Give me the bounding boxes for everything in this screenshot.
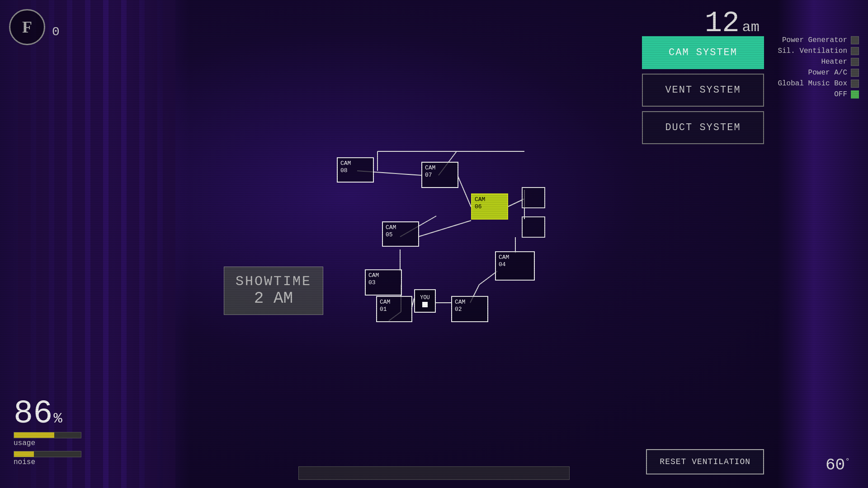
- svg-line-17: [507, 199, 524, 207]
- camera-03[interactable]: CAM03: [365, 269, 402, 296]
- duct-system-button[interactable]: DUCT SYSTEM: [642, 111, 764, 144]
- toggle-label-power-generator: Power Generator: [782, 36, 847, 44]
- svg-rect-19: [522, 188, 545, 208]
- camera-map: CAM08 CAM07 CAM06 CAM05 CAM04 CAM03 YOU …: [307, 145, 561, 352]
- camera-08[interactable]: CAM08: [337, 157, 374, 183]
- curtain-stripe: [108, 0, 121, 488]
- vent-system-button[interactable]: VENT SYSTEM: [642, 74, 764, 107]
- toggle-power-ac[interactable]: Power A/C: [769, 69, 859, 77]
- showtime-title: SHOWTIME: [236, 274, 311, 289]
- you-marker: YOU: [414, 289, 436, 313]
- toggle-label-power-ac: Power A/C: [808, 69, 847, 77]
- toggle-sil-ventilation[interactable]: Sil. Ventilation: [769, 47, 859, 55]
- camera-06[interactable]: CAM06: [471, 193, 508, 220]
- reset-ventilation-button[interactable]: RESET VENTILATION: [646, 449, 764, 474]
- curtain-stripe: [163, 0, 175, 488]
- showtime-sign: SHOWTIME 2 AM: [224, 267, 323, 315]
- degrees-symbol: °: [845, 457, 850, 466]
- system-buttons-panel: CAM SYSTEM VENT SYSTEM DUCT SYSTEM: [642, 36, 764, 149]
- camera-02[interactable]: CAM02: [451, 296, 488, 322]
- cam-08-label: CAM08: [340, 160, 351, 174]
- usage-label: usage: [14, 439, 81, 447]
- score-display: 0: [52, 25, 60, 39]
- bottom-bar: [298, 466, 570, 480]
- toggle-power-generator[interactable]: Power Generator: [769, 36, 859, 44]
- toggle-label-off: OFF: [834, 90, 847, 99]
- toggle-box-off[interactable]: [851, 90, 859, 99]
- cam-05-label: CAM05: [386, 224, 396, 238]
- camera-04[interactable]: CAM04: [495, 251, 535, 281]
- temperature-value: 60: [826, 456, 845, 474]
- svg-line-22: [418, 221, 471, 237]
- cam-06-label: CAM06: [475, 196, 485, 210]
- camera-07[interactable]: CAM07: [421, 162, 458, 188]
- logo-letter: F: [22, 18, 32, 37]
- toggle-heater[interactable]: Heater: [769, 58, 859, 66]
- cam-02-label: CAM02: [455, 299, 465, 313]
- you-dot: [422, 302, 428, 307]
- camera-01[interactable]: CAM01: [376, 296, 412, 322]
- usage-bar-container: usage: [14, 432, 81, 447]
- cam-03-label: CAM03: [368, 272, 379, 286]
- power-percentage: 86: [14, 398, 52, 430]
- power-symbol: %: [53, 410, 62, 427]
- toggle-box-power-ac[interactable]: [851, 69, 859, 77]
- you-label: YOU: [420, 295, 430, 301]
- cam-01-label: CAM01: [380, 299, 390, 313]
- showtime-time: 2 AM: [236, 289, 311, 308]
- time-hour: 12: [705, 9, 740, 38]
- toggle-label-global-music-box: Global Music Box: [778, 80, 847, 88]
- cam-system-button[interactable]: CAM SYSTEM: [642, 36, 764, 69]
- curtain-stripe: [90, 0, 103, 488]
- toggle-label-sil-ventilation: Sil. Ventilation: [778, 47, 847, 55]
- cam-04-label: CAM04: [499, 254, 509, 268]
- curtain-stripe: [145, 0, 157, 488]
- time-ampm: am: [742, 19, 760, 36]
- noise-bar-track: [14, 451, 81, 457]
- cam-07-label: CAM07: [425, 164, 435, 178]
- toggle-label-heater: Heater: [821, 58, 847, 66]
- temperature-display: 60°: [826, 456, 850, 474]
- noise-bar-container: noise: [14, 451, 81, 466]
- usage-bar-track: [14, 432, 81, 438]
- toggles-panel: Power Generator Sil. Ventilation Heater …: [769, 36, 859, 101]
- usage-bar-fill: [14, 432, 54, 438]
- noise-bar-fill: [14, 451, 34, 457]
- toggle-global-music-box[interactable]: Global Music Box: [769, 80, 859, 88]
- freddy-logo: F: [9, 9, 45, 45]
- toggle-off[interactable]: OFF: [769, 90, 859, 99]
- toggle-box-sil-ventilation[interactable]: [851, 47, 859, 55]
- svg-line-29: [479, 271, 497, 285]
- camera-05[interactable]: CAM05: [382, 221, 419, 247]
- toggle-box-power-generator[interactable]: [851, 36, 859, 44]
- stats-panel: 86 % usage noise: [14, 398, 81, 470]
- svg-line-16: [458, 175, 471, 207]
- toggle-box-heater[interactable]: [851, 58, 859, 66]
- noise-label: noise: [14, 458, 81, 466]
- toggle-box-global-music-box[interactable]: [851, 80, 859, 88]
- svg-rect-20: [522, 217, 545, 237]
- curtain-stripe: [127, 0, 139, 488]
